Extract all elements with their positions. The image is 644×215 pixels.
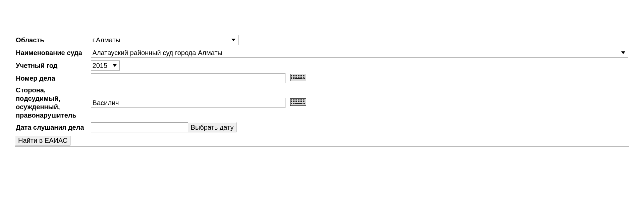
svg-rect-3 [294, 75, 296, 76]
svg-rect-11 [293, 77, 294, 78]
hearing-date-label: Дата слушания дела [15, 121, 90, 134]
court-select[interactable]: Алатауский районный суд города Алматы [91, 48, 628, 58]
region-select[interactable]: г.Алматы [91, 35, 238, 45]
case-number-label: Номер дела [15, 72, 90, 85]
svg-rect-47 [304, 103, 305, 104]
svg-rect-37 [296, 101, 297, 102]
svg-rect-29 [298, 99, 299, 100]
svg-rect-8 [303, 75, 304, 76]
hearing-date-input[interactable] [91, 122, 188, 132]
svg-rect-46 [303, 103, 304, 104]
svg-rect-5 [298, 75, 299, 76]
case-number-input[interactable] [91, 73, 285, 83]
svg-rect-36 [294, 101, 296, 102]
svg-rect-16 [301, 77, 302, 78]
svg-rect-1 [291, 75, 292, 76]
keyboard-icon[interactable] [290, 74, 306, 83]
svg-rect-21 [294, 78, 302, 79]
svg-rect-13 [296, 77, 297, 78]
svg-rect-19 [291, 78, 292, 79]
svg-rect-17 [303, 77, 304, 78]
svg-rect-40 [301, 101, 302, 102]
svg-rect-9 [305, 75, 305, 76]
svg-rect-12 [294, 77, 296, 78]
svg-rect-10 [291, 77, 292, 78]
svg-rect-28 [296, 99, 297, 100]
year-label: Учетный год [15, 59, 90, 72]
svg-rect-44 [293, 103, 294, 104]
pick-date-button[interactable]: Выбрать дату [188, 122, 237, 132]
search-form: Область г.Алматы Наименование суда Алата… [15, 34, 629, 134]
svg-rect-32 [303, 99, 304, 100]
svg-rect-20 [293, 78, 294, 79]
svg-rect-25 [291, 99, 292, 100]
svg-rect-6 [300, 75, 301, 76]
svg-rect-22 [303, 78, 304, 79]
svg-rect-18 [305, 77, 305, 78]
svg-rect-35 [293, 101, 294, 102]
svg-rect-31 [301, 99, 302, 100]
keyboard-icon[interactable] [290, 98, 306, 108]
svg-rect-26 [293, 99, 294, 100]
svg-rect-42 [305, 101, 305, 102]
svg-rect-27 [294, 99, 296, 100]
svg-rect-4 [296, 75, 297, 76]
year-select[interactable]: 2015 [91, 60, 120, 71]
svg-rect-45 [294, 103, 302, 104]
svg-rect-23 [304, 78, 305, 79]
submit-button[interactable]: Найти в ЕАИАС [15, 136, 70, 145]
svg-rect-14 [298, 77, 299, 78]
svg-rect-2 [293, 75, 294, 76]
svg-rect-39 [300, 101, 301, 102]
svg-rect-43 [291, 103, 292, 104]
court-label: Наименование суда [15, 46, 90, 59]
svg-rect-7 [301, 75, 302, 76]
party-input[interactable] [91, 98, 285, 108]
svg-rect-34 [291, 101, 292, 102]
svg-rect-33 [305, 99, 305, 100]
party-label: Сторона, подсудимый, осужденный, правона… [15, 85, 90, 121]
svg-rect-30 [300, 99, 301, 100]
region-label: Область [15, 34, 90, 46]
svg-rect-15 [300, 77, 301, 78]
svg-rect-41 [303, 101, 304, 102]
svg-rect-38 [298, 101, 299, 102]
